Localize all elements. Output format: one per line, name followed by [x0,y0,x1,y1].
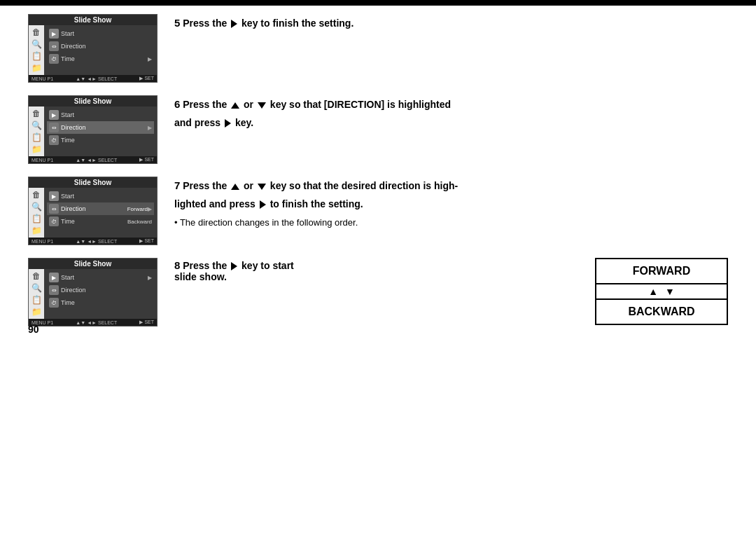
icon-copy-8: 📋 [31,296,42,304]
step-6-keyso: key so that [DIRECTION] is highlighted [270,99,451,110]
menu-direction-8: ⇔ Direction [47,284,154,296]
screen-menu-7: ▶ Start ⇔ Direction Forward ▶ ⏱ Time Bac… [44,188,157,238]
top-bar [0,0,756,6]
step-8-keystart: key to start [241,260,294,271]
screen-mock-7: Slide Show 🗑 🔍 📋 📁 ▶ Start ⇔ Direction [28,177,158,245]
screen-icons-6: 🗑 🔍 📋 📁 [29,106,44,156]
step-num-5: 5 [174,17,180,29]
menu-arrow-start-8: ▶ [148,275,152,281]
menu-icon-time-8: ⏱ [49,298,59,308]
step-7-line2: lighted and press to finish the setting. [174,197,728,212]
footer-set-5: ▶ SET [139,76,154,81]
icon-search-6: 🔍 [31,121,42,130]
menu-label-time-7: Time [61,218,127,225]
right-key-icon-7 [260,200,266,209]
screen-title-6: Slide Show [29,96,157,106]
step-7-finish: to finish the setting. [270,198,363,209]
screen-mock-6: Slide Show 🗑 🔍 📋 📁 ▶ Start ⇔ Direction [28,95,158,164]
step-7-lighted: lighted and press [174,198,258,209]
row-6: Slide Show 🗑 🔍 📋 📁 ▶ Start ⇔ Direction [28,95,728,164]
menu-label-start-8: Start [61,274,148,281]
menu-time-5: ⏱ Time ▶ [47,53,154,65]
arrow-down-icon: ▼ [665,286,675,297]
screen-menu-6: ▶ Start ⇔ Direction ▶ ⏱ Time [44,106,157,156]
menu-label-start-6: Start [61,111,152,118]
screen-mock-5: Slide Show 🗑 🔍 📋 📁 ▶ Start ⇔ Direction [28,14,158,83]
footer-menu-7: MENU P1 [31,239,53,244]
step-num-7: 7 [174,179,180,191]
step-5-text: 5 Press the key to finish the setting. [174,15,728,32]
step-8-press: Press the [183,260,230,271]
menu-time-8: ⏱ Time [47,296,154,309]
footer-nav-6: ▲▼ ◄► SELECT [76,158,117,163]
screen-icons-7: 🗑 🔍 📋 📁 [29,188,44,238]
row-7: Slide Show 🗑 🔍 📋 📁 ▶ Start ⇔ Direction [28,177,728,245]
screen-title-8: Slide Show [29,259,157,269]
menu-label-time-5: Time [61,55,148,62]
icon-folder-6: 📁 [31,145,42,153]
menu-label-start-7: Start [61,193,152,200]
icon-folder: 📁 [31,64,42,72]
step-num-6: 6 [174,98,180,110]
icon-search-7: 🔍 [31,202,42,211]
instruction-5: 5 Press the key to finish the setting. [174,14,728,34]
screen-footer-8: MENU P1 ▲▼ ◄► SELECT ▶ SET [29,319,157,326]
dir-forward: FORWARD [596,259,727,283]
menu-icon-dir-6: ⇔ [49,123,59,132]
menu-icon-play-8: ▶ [49,273,59,282]
icon-search-8: 🔍 [31,284,42,292]
menu-forward-7: Forward [127,206,148,212]
row-5: Slide Show 🗑 🔍 📋 📁 ▶ Start ⇔ Direction [28,14,728,83]
footer-nav-5: ▲▼ ◄► SELECT [76,76,117,81]
menu-time-6: ⏱ Time [47,134,154,146]
screen-icons-5: 🗑 🔍 📋 📁 [29,25,44,75]
menu-arrow-time-5: ▶ [148,56,152,62]
step-6-line2: and press key. [174,116,728,130]
menu-start-7: ▶ Start [47,190,154,202]
menu-direction-7: ⇔ Direction Forward ▶ [47,202,154,215]
instruction-7: 7 Press the or key so that the desired d… [174,177,728,232]
menu-direction-6: ⇔ Direction ▶ [47,121,154,134]
right-key-icon-8 [231,262,237,270]
footer-set-6: ▶ SET [139,157,154,163]
step-8-text: 8 Press the key to start [174,259,595,271]
screen-menu-5: ▶ Start ⇔ Direction ⏱ Time ▶ [44,25,157,75]
step-7-text: 7 Press the or key so that the desired d… [174,178,728,194]
down-key-icon-7 [258,184,266,190]
step-num-8: 8 [174,259,180,271]
icon-copy: 📋 [31,52,42,60]
menu-label-dir-6: Direction [61,124,148,131]
menu-label-time-8: Time [61,299,152,306]
up-key-icon-7 [231,184,239,190]
menu-backward-7: Backward [127,219,152,225]
menu-label-time-6: Time [61,137,152,144]
icon-trash-7: 🗑 [32,191,41,199]
icon-trash: 🗑 [32,28,41,36]
screen-footer-6: MENU P1 ▲▼ ◄► SELECT ▶ SET [29,156,157,163]
main-content: Slide Show 🗑 🔍 📋 📁 ▶ Start ⇔ Direction [0,6,756,348]
menu-icon-play-7: ▶ [49,191,59,201]
right-key-icon-5 [231,20,237,28]
footer-set-7: ▶ SET [139,238,154,244]
instruction-6: 6 Press the or key so that [DIRECTION] i… [174,95,728,133]
dir-backward: BACKWARD [596,298,727,324]
footer-menu-5: MENU P1 [31,76,53,81]
icon-trash-6: 🗑 [32,109,41,118]
arrow-up-icon: ▲ [648,286,658,297]
footer-nav-8: ▲▼ ◄► SELECT [76,320,117,325]
step-5-press: Press the [183,18,230,29]
step-6-andpress: and press [174,117,223,128]
step-7-keyso: key so that the desired direction is hig… [270,180,458,191]
menu-arrow-dir-6: ▶ [148,125,152,131]
step-5-finish: key to finish the setting. [241,18,354,29]
menu-icon-dir-7: ⇔ [49,204,59,214]
menu-icon-time-6: ⏱ [49,135,59,145]
up-key-icon-6 [231,102,239,109]
screen-mock-8: Slide Show 🗑 🔍 📋 📁 ▶ Start ▶ ⇔ [28,258,158,327]
icon-trash-8: 🗑 [32,272,41,280]
menu-arrow-dir-7: ▶ [148,206,152,212]
screen-footer-5: MENU P1 ▲▼ ◄► SELECT ▶ SET [29,75,157,82]
menu-start-5: ▶ Start [47,27,154,40]
menu-icon-time-5: ⏱ [49,54,59,64]
dir-arrows: ▲ ▼ [596,283,727,298]
